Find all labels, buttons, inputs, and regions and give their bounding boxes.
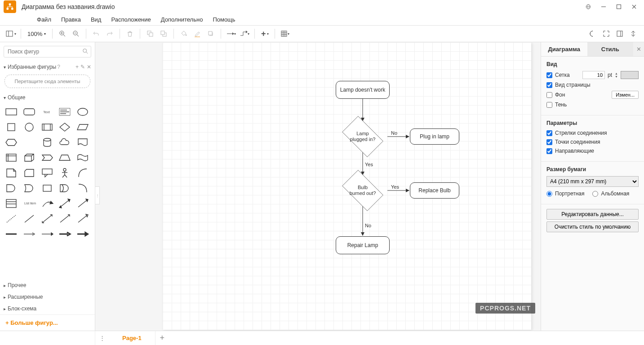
shape-bidir-arrow[interactable] (57, 197, 72, 210)
shape-cylinder[interactable] (40, 136, 55, 149)
minimize-button[interactable] (597, 2, 610, 12)
menu-arrange[interactable]: Расположение (107, 15, 155, 24)
shape-open-arrow[interactable] (75, 212, 90, 226)
section-misc[interactable]: ▸Прочее (0, 279, 95, 291)
shape-internal-storage[interactable] (4, 151, 19, 164)
grid-checkbox[interactable] (546, 72, 552, 78)
shape-curved-arrow[interactable] (40, 197, 55, 210)
table-icon[interactable]: ▾ (279, 27, 291, 40)
node-plugin[interactable]: Plug in lamp (410, 128, 459, 145)
to-back-icon[interactable] (157, 27, 170, 40)
collapse-icon[interactable] (627, 27, 640, 40)
waypoint-icon[interactable]: ▾ (238, 27, 251, 40)
shape-parallelogram[interactable] (75, 120, 90, 134)
favorites-dropzone[interactable]: Перетащите сюда элементы (4, 75, 90, 88)
shape-rounded-rect[interactable] (22, 105, 37, 119)
section-favorites[interactable]: ▾ Избранные фигуры ? +✎✕ (0, 61, 95, 73)
shape-dashed-line[interactable] (4, 212, 19, 226)
node-repair[interactable]: Repair Lamp (336, 236, 390, 254)
shape-rectangle[interactable] (4, 105, 19, 119)
shape-trapezoid[interactable] (57, 151, 72, 164)
section-general[interactable]: ▾ Общие (0, 92, 95, 103)
shape-cloud[interactable] (57, 136, 72, 149)
menu-file[interactable]: Файл (32, 15, 56, 24)
canvas[interactable]: Lamp doesn't work Lampplugged in? Plug i… (163, 42, 531, 330)
connection-icon[interactable]: ▾ (225, 27, 237, 40)
shape-or[interactable] (22, 181, 37, 195)
more-shapes-button[interactable]: + Больше фигур... (0, 314, 95, 331)
tab-style[interactable]: Стиль (587, 42, 634, 56)
shape-link-thick-open[interactable] (57, 227, 72, 241)
shape-callout[interactable] (40, 166, 55, 180)
grid-color-swatch[interactable] (621, 71, 639, 79)
language-icon[interactable] (582, 2, 595, 12)
page-menu-icon[interactable]: ⋮ (95, 331, 109, 345)
shape-link-thin-open[interactable] (22, 227, 37, 241)
shape-tape[interactable] (75, 151, 90, 164)
to-front-icon[interactable] (144, 27, 156, 40)
shape-line[interactable] (22, 212, 37, 226)
shape-list[interactable] (4, 197, 19, 210)
shape-thin-arrow[interactable] (57, 212, 72, 226)
page-tab-1[interactable]: Page-1 (109, 331, 155, 345)
shape-process[interactable] (40, 120, 55, 134)
shape-link-thick[interactable] (75, 227, 90, 241)
menu-extras[interactable]: Дополнительно (156, 15, 208, 24)
panel-close-icon[interactable]: ✕ (633, 42, 644, 56)
shape-actor[interactable] (57, 166, 72, 180)
zoom-out-icon[interactable] (70, 27, 82, 40)
paper-size-select[interactable]: A4 (210 mm x 297 mm) (546, 176, 639, 187)
insert-icon[interactable]: +▾ (258, 27, 271, 40)
node-replace[interactable]: Replace Bulb (410, 182, 459, 199)
background-checkbox[interactable] (546, 92, 552, 98)
shape-datastore[interactable] (40, 181, 55, 195)
shape-step[interactable] (40, 151, 55, 164)
shape-note[interactable] (4, 166, 19, 180)
shape-curve-right[interactable] (75, 166, 90, 180)
format-panel-icon[interactable] (613, 27, 626, 40)
guides-checkbox[interactable] (546, 148, 552, 154)
close-button[interactable] (628, 2, 640, 12)
shape-thin-bidir[interactable] (40, 212, 55, 226)
shape-xor[interactable] (57, 181, 72, 195)
shape-ellipse[interactable] (75, 105, 90, 119)
maximize-button[interactable] (613, 2, 625, 12)
pageview-checkbox[interactable] (546, 82, 552, 88)
shape-list-item[interactable]: List item (22, 197, 37, 210)
fullscreen-icon[interactable] (600, 27, 613, 40)
edit-icon[interactable]: ✎ (80, 64, 85, 70)
close-icon[interactable]: ✕ (87, 64, 91, 70)
shape-link-thin[interactable] (40, 227, 55, 241)
add-page-button[interactable]: + (155, 333, 169, 343)
shape-triangle[interactable] (22, 136, 37, 149)
zoom-in-icon[interactable] (56, 27, 69, 40)
shape-text[interactable]: Text (40, 105, 55, 119)
edit-data-button[interactable]: Редактировать данные... (546, 209, 639, 220)
clear-style-button[interactable]: Очистить стиль по умолчанию (546, 221, 639, 232)
shape-link-solid[interactable] (4, 227, 19, 241)
delete-icon[interactable] (124, 27, 136, 40)
search-input[interactable] (4, 46, 91, 58)
shape-diamond[interactable] (57, 120, 72, 134)
shape-hexagon[interactable] (4, 136, 19, 149)
theme-icon[interactable] (586, 27, 599, 40)
node-start[interactable]: Lamp doesn't work (336, 81, 390, 99)
redo-icon[interactable] (103, 27, 116, 40)
line-color-icon[interactable] (191, 27, 204, 40)
conn-points-checkbox[interactable] (546, 139, 552, 145)
grid-size-input[interactable] (582, 71, 605, 79)
sidebar-collapse-handle[interactable]: ⋮ (95, 186, 100, 204)
menu-edit[interactable]: Правка (57, 15, 85, 24)
add-icon[interactable]: + (76, 64, 79, 70)
conn-arrows-checkbox[interactable] (546, 130, 552, 136)
shape-arrow[interactable] (75, 197, 90, 210)
shape-card[interactable] (22, 166, 37, 180)
shape-circle[interactable] (22, 120, 37, 134)
shape-and[interactable] (4, 181, 19, 195)
undo-icon[interactable] (90, 27, 102, 40)
tab-diagram[interactable]: Диаграмма (541, 42, 587, 56)
node-plugged[interactable]: Lampplugged in? (338, 121, 387, 152)
section-advanced[interactable]: ▸Расширенные (0, 291, 95, 303)
shape-square[interactable] (4, 120, 19, 134)
grid-stepper[interactable]: ▲▼ (615, 72, 618, 78)
